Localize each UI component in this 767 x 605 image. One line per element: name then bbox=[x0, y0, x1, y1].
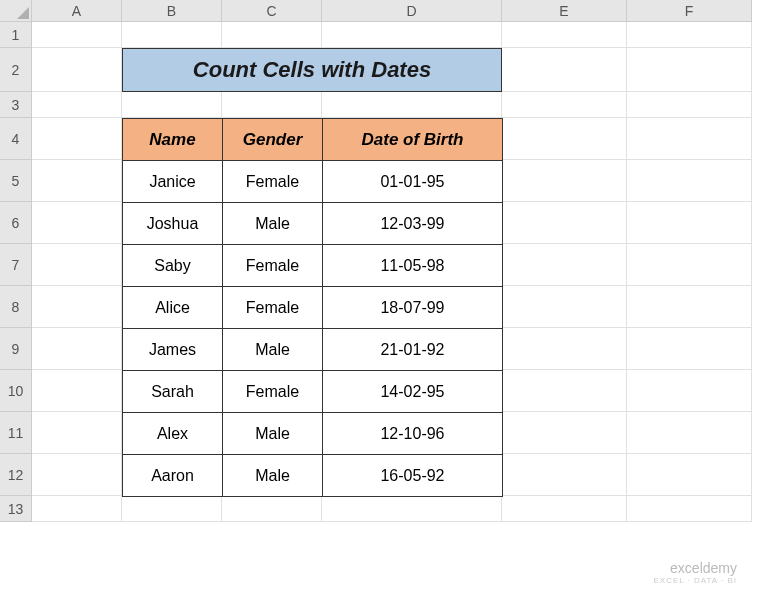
table-cell[interactable]: 14-02-95 bbox=[323, 371, 503, 413]
row-header-1[interactable]: 1 bbox=[0, 22, 32, 48]
cell-e2[interactable] bbox=[502, 48, 627, 92]
table-cell[interactable]: Sarah bbox=[123, 371, 223, 413]
table-cell[interactable]: Alex bbox=[123, 413, 223, 455]
cell-f13[interactable] bbox=[627, 496, 752, 522]
cell-b1[interactable] bbox=[122, 22, 222, 48]
cell-a12[interactable] bbox=[32, 454, 122, 496]
table-cell[interactable]: 18-07-99 bbox=[323, 287, 503, 329]
cell-e8[interactable] bbox=[502, 286, 627, 328]
column-header-f[interactable]: F bbox=[627, 0, 752, 22]
table-cell[interactable]: 12-10-96 bbox=[323, 413, 503, 455]
cell-a10[interactable] bbox=[32, 370, 122, 412]
table-row: AlexMale12-10-96 bbox=[123, 413, 503, 455]
cell-a8[interactable] bbox=[32, 286, 122, 328]
row-header-4[interactable]: 4 bbox=[0, 118, 32, 160]
table-header-date-of-birth[interactable]: Date of Birth bbox=[323, 119, 503, 161]
table-cell[interactable]: Male bbox=[223, 329, 323, 371]
row-header-12[interactable]: 12 bbox=[0, 454, 32, 496]
cell-e10[interactable] bbox=[502, 370, 627, 412]
cell-f10[interactable] bbox=[627, 370, 752, 412]
table-cell[interactable]: Male bbox=[223, 203, 323, 245]
table-cell[interactable]: Joshua bbox=[123, 203, 223, 245]
table-cell[interactable]: 12-03-99 bbox=[323, 203, 503, 245]
table-row: AliceFemale18-07-99 bbox=[123, 287, 503, 329]
cell-f6[interactable] bbox=[627, 202, 752, 244]
title-merged-cell[interactable]: Count Cells with Dates bbox=[122, 48, 502, 92]
table-cell[interactable]: Female bbox=[223, 287, 323, 329]
cell-a13[interactable] bbox=[32, 496, 122, 522]
cell-a6[interactable] bbox=[32, 202, 122, 244]
cell-a4[interactable] bbox=[32, 118, 122, 160]
table-cell[interactable]: Saby bbox=[123, 245, 223, 287]
column-header-e[interactable]: E bbox=[502, 0, 627, 22]
row-header-11[interactable]: 11 bbox=[0, 412, 32, 454]
cell-f2[interactable] bbox=[627, 48, 752, 92]
cell-f7[interactable] bbox=[627, 244, 752, 286]
cell-f1[interactable] bbox=[627, 22, 752, 48]
table-cell[interactable]: Alice bbox=[123, 287, 223, 329]
table-cell[interactable]: 01-01-95 bbox=[323, 161, 503, 203]
row-header-13[interactable]: 13 bbox=[0, 496, 32, 522]
cell-f8[interactable] bbox=[627, 286, 752, 328]
cell-d1[interactable] bbox=[322, 22, 502, 48]
cell-c1[interactable] bbox=[222, 22, 322, 48]
cell-e12[interactable] bbox=[502, 454, 627, 496]
cell-b13[interactable] bbox=[122, 496, 222, 522]
table-cell[interactable]: Female bbox=[223, 161, 323, 203]
row-header-2[interactable]: 2 bbox=[0, 48, 32, 92]
table-header-gender[interactable]: Gender bbox=[223, 119, 323, 161]
column-header-b[interactable]: B bbox=[122, 0, 222, 22]
column-header-c[interactable]: C bbox=[222, 0, 322, 22]
table-cell[interactable]: Female bbox=[223, 245, 323, 287]
cell-c13[interactable] bbox=[222, 496, 322, 522]
cell-f3[interactable] bbox=[627, 92, 752, 118]
cell-e4[interactable] bbox=[502, 118, 627, 160]
cell-e5[interactable] bbox=[502, 160, 627, 202]
table-cell[interactable]: 16-05-92 bbox=[323, 455, 503, 497]
cell-e7[interactable] bbox=[502, 244, 627, 286]
table-row: SabyFemale11-05-98 bbox=[123, 245, 503, 287]
cell-e9[interactable] bbox=[502, 328, 627, 370]
cell-d13[interactable] bbox=[322, 496, 502, 522]
cell-f4[interactable] bbox=[627, 118, 752, 160]
cell-a3[interactable] bbox=[32, 92, 122, 118]
table-cell[interactable]: Male bbox=[223, 455, 323, 497]
cell-a2[interactable] bbox=[32, 48, 122, 92]
table-cell[interactable]: 21-01-92 bbox=[323, 329, 503, 371]
cell-e6[interactable] bbox=[502, 202, 627, 244]
cell-e1[interactable] bbox=[502, 22, 627, 48]
cell-a7[interactable] bbox=[32, 244, 122, 286]
row-headers: 12345678910111213 bbox=[0, 22, 32, 522]
row-header-9[interactable]: 9 bbox=[0, 328, 32, 370]
row-header-3[interactable]: 3 bbox=[0, 92, 32, 118]
column-header-d[interactable]: D bbox=[322, 0, 502, 22]
cell-f5[interactable] bbox=[627, 160, 752, 202]
row-header-6[interactable]: 6 bbox=[0, 202, 32, 244]
cell-a5[interactable] bbox=[32, 160, 122, 202]
table-header-name[interactable]: Name bbox=[123, 119, 223, 161]
row-header-10[interactable]: 10 bbox=[0, 370, 32, 412]
cell-f11[interactable] bbox=[627, 412, 752, 454]
cell-a9[interactable] bbox=[32, 328, 122, 370]
table-cell[interactable]: Male bbox=[223, 413, 323, 455]
cell-e13[interactable] bbox=[502, 496, 627, 522]
table-cell[interactable]: James bbox=[123, 329, 223, 371]
row-header-5[interactable]: 5 bbox=[0, 160, 32, 202]
table-cell[interactable]: Aaron bbox=[123, 455, 223, 497]
cell-f12[interactable] bbox=[627, 454, 752, 496]
cell-a11[interactable] bbox=[32, 412, 122, 454]
cell-d3[interactable] bbox=[322, 92, 502, 118]
table-cell[interactable]: Female bbox=[223, 371, 323, 413]
cell-a1[interactable] bbox=[32, 22, 122, 48]
select-all-corner[interactable] bbox=[0, 0, 32, 22]
table-cell[interactable]: Janice bbox=[123, 161, 223, 203]
cell-b3[interactable] bbox=[122, 92, 222, 118]
cell-f9[interactable] bbox=[627, 328, 752, 370]
cell-e3[interactable] bbox=[502, 92, 627, 118]
table-cell[interactable]: 11-05-98 bbox=[323, 245, 503, 287]
row-header-8[interactable]: 8 bbox=[0, 286, 32, 328]
column-header-a[interactable]: A bbox=[32, 0, 122, 22]
cell-e11[interactable] bbox=[502, 412, 627, 454]
cell-c3[interactable] bbox=[222, 92, 322, 118]
row-header-7[interactable]: 7 bbox=[0, 244, 32, 286]
